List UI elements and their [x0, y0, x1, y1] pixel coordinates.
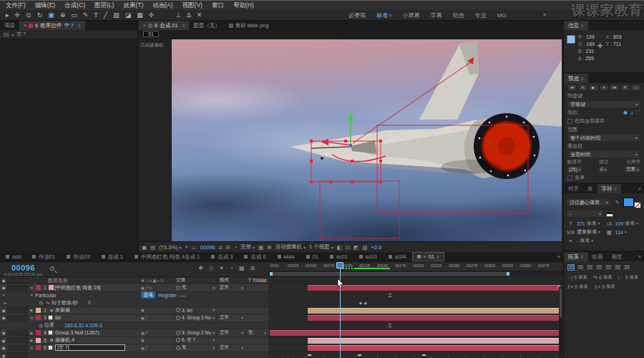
- workspace-tab[interactable]: 必要项: [348, 11, 366, 19]
- label-color[interactable]: [36, 285, 41, 290]
- flowchart-icon[interactable]: ▨: [362, 244, 367, 251]
- timeline-right[interactable]: 0000000250005000075001000012500150001750…: [268, 262, 563, 358]
- stroke-color-swatch[interactable]: [634, 202, 641, 208]
- view-layout-select[interactable]: 1 个视图: [309, 243, 333, 251]
- tabs-overflow-icon[interactable]: »: [555, 253, 563, 260]
- workspace-overflow-icon[interactable]: »: [543, 11, 546, 18]
- work-area-start-handle[interactable]: [270, 272, 273, 276]
- tool-icon[interactable]: ✕: [197, 11, 203, 19]
- effect-row[interactable]: fx ▼ Particular 选项 Register —: [0, 292, 268, 300]
- parent-select[interactable]: 4. Group 3 Nu: [174, 315, 217, 320]
- tab-project[interactable]: 项目: [0, 21, 19, 30]
- expander-icon[interactable]: ▼: [29, 286, 35, 290]
- timeline-comp-tab[interactable]: 01: [301, 253, 324, 260]
- camera-select[interactable]: 活动摄像机: [275, 243, 306, 251]
- align-center-button[interactable]: [577, 264, 584, 271]
- timeline-comp-tab[interactable]: 作业01: [26, 253, 61, 261]
- keyframe-nav-icon[interactable]: ◇▸: [0, 301, 9, 305]
- snapshot-icon[interactable]: ◘: [219, 244, 223, 251]
- playhead-handle[interactable]: [336, 262, 343, 268]
- pixel-aspect-icon[interactable]: ◧: [337, 244, 342, 251]
- expander-icon[interactable]: ▶: [29, 331, 35, 335]
- panel-overflow-icon[interactable]: »: [635, 184, 644, 193]
- timeline-comp-tab[interactable]: sc03: [353, 253, 383, 260]
- tab-paint[interactable]: 绘画: [588, 252, 608, 261]
- audio-icon[interactable]: ♫: [631, 84, 640, 91]
- timeline-toggle-icon[interactable]: ⊞: [250, 265, 255, 271]
- next-frame-button[interactable]: ⏵: [600, 84, 609, 91]
- menu-item[interactable]: 动画(A): [152, 1, 172, 10]
- fps-select[interactable]: (25): [567, 166, 582, 173]
- layer-outline-small[interactable]: [320, 181, 399, 238]
- menu-item[interactable]: 窗口: [212, 1, 224, 10]
- stopwatch-icon[interactable]: ◷: [37, 300, 44, 305]
- skip-select[interactable]: 0: [598, 166, 608, 173]
- layer-row-selected[interactable]: ◉ ▼ 6 [空 7] ◉╱ 无 正常: [0, 344, 268, 352]
- timeline-toggle-icon[interactable]: ❖: [198, 265, 203, 271]
- cache-checkbox[interactable]: [567, 119, 572, 124]
- menu-item[interactable]: 效果(T): [123, 1, 143, 10]
- tool-icon[interactable]: ⊥: [175, 11, 181, 19]
- baseline-value[interactable]: -像素: [577, 237, 593, 244]
- timeline-comp-tab[interactable]: 中间色红色 纯色 4合成 1: [129, 253, 205, 261]
- align-left-button[interactable]: [567, 264, 575, 271]
- tab-library[interactable]: 库: [583, 184, 597, 193]
- property-row[interactable]: ◇▸ ◷ ∿ 粒子数量/秒 0: [0, 299, 268, 307]
- eye-icon[interactable]: ◉: [0, 330, 7, 335]
- render-icon[interactable]: ⇱: [620, 84, 630, 91]
- layer-row[interactable]: ◉ ▶ 5 ◘ 摄像机 4 ◉ 6. 空 7: [0, 337, 268, 345]
- font-size-value[interactable]: 371像素: [577, 220, 600, 227]
- timeline-comp-tab[interactable]: sc04: [383, 253, 412, 260]
- magnification-icon[interactable]: ▤: [150, 244, 155, 251]
- first-frame-button[interactable]: ⏴⏴: [567, 84, 577, 91]
- prev-frame-button[interactable]: ⏴: [578, 84, 587, 91]
- tab-layer[interactable]: 图层（无）: [189, 21, 225, 30]
- tool-icon[interactable]: ◪: [125, 11, 132, 19]
- tool-icon[interactable]: ╱: [104, 11, 107, 19]
- timeline-comp-tab-active[interactable]: × 01: [412, 252, 444, 261]
- align-right-button[interactable]: [586, 264, 593, 271]
- exposure-value[interactable]: +0.0: [371, 244, 381, 251]
- parent-select[interactable]: 6. 空 7: [174, 337, 217, 344]
- timeline-comp-tab[interactable]: 作业03: [61, 253, 95, 261]
- layer-row[interactable]: ◉ ▶ 4 Group 3 Null (1267) ◉╱ 9. Group 2 …: [0, 329, 268, 337]
- parent-select[interactable]: 3. lizi: [174, 308, 217, 313]
- work-area-end-handle[interactable]: [507, 272, 509, 276]
- tool-icon[interactable]: ✎: [83, 11, 89, 19]
- include-video-icon[interactable]: ◉: [623, 110, 628, 115]
- menu-item[interactable]: 编辑(E): [35, 1, 55, 10]
- timeline-toggle-icon[interactable]: ▦: [239, 265, 245, 271]
- res-select[interactable]: 完整: [624, 166, 641, 173]
- menu-item[interactable]: 图层(L): [94, 1, 114, 10]
- layer-bar[interactable]: [308, 338, 560, 344]
- space-before-field[interactable]: ↥≡0像素: [567, 284, 588, 290]
- tab-footage[interactable]: 素材 kkkk.png: [225, 21, 273, 30]
- expander-icon[interactable]: ▶: [29, 308, 35, 312]
- label-color[interactable]: [36, 308, 41, 313]
- layer-name[interactable]: 发射器: [55, 306, 141, 314]
- layer-row[interactable]: ◉ ▼ 3 lizi ◉╱ 4. Group 3 Nu 正常: [0, 314, 268, 322]
- layer-name[interactable]: Group 3 Null (1267): [53, 330, 141, 335]
- tool-icon[interactable]: ▭: [71, 11, 77, 19]
- timeline-comp-tab[interactable]: kkkk: [272, 253, 301, 260]
- effect-name[interactable]: Particular: [35, 293, 141, 298]
- font-style-select[interactable]: -: [567, 210, 604, 218]
- comp-nav-chip[interactable]: 01: [143, 31, 159, 37]
- indent-right-field[interactable]: |←0像素: [618, 274, 639, 281]
- timeline-toggle-icon[interactable]: ◔: [230, 265, 233, 271]
- viewport-image[interactable]: [172, 39, 562, 241]
- trkmat-select[interactable]: 无: [245, 329, 268, 336]
- close-icon[interactable]: ×: [143, 23, 146, 28]
- eye-icon[interactable]: ◉: [0, 308, 7, 313]
- eye-icon[interactable]: ◉: [0, 315, 7, 320]
- eye-icon[interactable]: ◉: [0, 285, 7, 290]
- include-audio-icon[interactable]: ♫: [630, 110, 633, 115]
- layer-bar[interactable]: [308, 315, 560, 321]
- font-select[interactable]: 汉仪菱心体简: [567, 198, 611, 206]
- timeline-toggle-icon[interactable]: ◇: [209, 265, 213, 271]
- property-row[interactable]: ◷ 位置 183.6,31.4,109.3: [0, 322, 268, 330]
- eye-icon[interactable]: ◉: [0, 345, 7, 350]
- shortcut-select[interactable]: 空格键: [567, 100, 640, 108]
- timeline-comp-tab[interactable]: 合成 1: [96, 253, 129, 261]
- menu-item[interactable]: 合成(C): [64, 1, 85, 10]
